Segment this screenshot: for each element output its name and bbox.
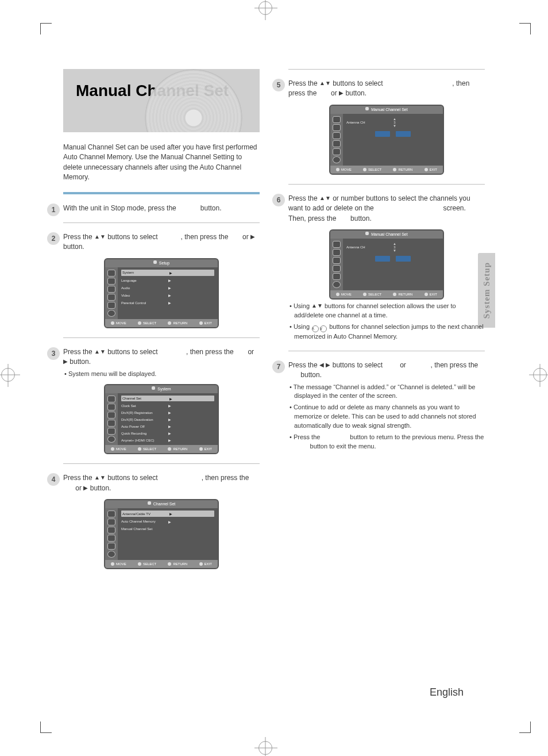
disc-icon: [333, 148, 341, 155]
osd-side-icons: [105, 267, 118, 319]
library-icon: [107, 270, 115, 277]
osd-item: Audio▶: [121, 285, 214, 291]
step-1: 1 With the unit in Stop mode, press the …: [63, 204, 260, 213]
osd-item: Parental Control▶: [121, 300, 214, 306]
step-3-text: Press the ▲▼ buttons to select System , …: [63, 347, 260, 367]
step-6-bullet-2: Using ∧∨ buttons for channel selection j…: [294, 323, 485, 341]
title-icon: [333, 249, 341, 256]
osd-header: System: [105, 385, 218, 393]
channel-spinner: ▲ 3 ▼: [393, 117, 396, 128]
divider: [63, 463, 260, 464]
osd-side-icons: [105, 393, 118, 445]
return-button-label: RETURN: [322, 433, 348, 440]
divider: [63, 222, 260, 223]
menu-button-label: MENU: [178, 204, 198, 212]
osd-footer: MOVE SELECT RETURN EXIT: [330, 290, 443, 298]
osd-item: DivX(R) Deactivation▶: [121, 417, 214, 422]
osd-footer: MOVE SELECT RETURN EXIT: [105, 319, 218, 327]
content-area: Manual Channel Set Manual Channel Set ca…: [63, 69, 485, 687]
gear-icon: [107, 310, 115, 317]
right-arrow-icon: ▶: [63, 358, 68, 364]
osd-footer: MOVE SELECT RETURN EXIT: [105, 560, 218, 568]
library-icon: [107, 396, 115, 402]
page-number: -33: [470, 686, 485, 698]
down-arrow-icon: ▼: [393, 249, 396, 252]
osd-item: Quick Recording▶: [121, 431, 214, 436]
osd-side-icons: [105, 508, 118, 560]
delete-button: [396, 256, 411, 262]
osd-header: Setup: [105, 259, 218, 267]
down-arrow-icon: ▼: [325, 80, 331, 86]
osd-item: Antenna/Cable TV▶: [121, 511, 214, 517]
osd-add-delete-row: [346, 256, 439, 262]
right-column: 5 Press the ▲▼ buttons to select Manual …: [288, 69, 485, 687]
step-3-sub: System menu will be displayed.: [69, 370, 260, 379]
osd-item: Channel Set▶: [121, 396, 214, 401]
option-delete: Delete: [408, 361, 429, 369]
step-number: 6: [272, 194, 285, 206]
osd-footer: MOVE SELECT RETURN EXIT: [330, 166, 443, 174]
music-icon: [333, 257, 341, 264]
gear-icon: [107, 436, 115, 443]
osd-menu-list: Channel Set▶ Clock Set▶ DivX(R) Registra…: [118, 393, 218, 445]
disc-icon: [107, 428, 115, 435]
gear-icon: [333, 156, 341, 163]
up-arrow-icon: ▲: [94, 348, 100, 355]
registration-mark-left: [1, 368, 15, 382]
title-icon: [333, 124, 341, 131]
divider: [63, 337, 260, 338]
library-icon: [333, 241, 341, 248]
osd-item: Manual Channel Set: [121, 526, 214, 532]
down-arrow-icon: ▼: [100, 348, 106, 355]
step-3: 3 Press the ▲▼ buttons to select System …: [63, 347, 260, 455]
music-icon: [107, 412, 115, 419]
step-2-text: Press the ▲▼ buttons to select Setup , t…: [63, 232, 260, 252]
library-icon: [107, 511, 115, 517]
target-manual-channel-set: Manual Channel Set: [376, 204, 441, 212]
up-arrow-icon: ▲: [319, 195, 325, 201]
osd-panel: Antenna CH ▲ 3 ▼: [343, 239, 443, 290]
osd-add-delete-row: [346, 131, 439, 137]
step-7: 7 Press the ◀ ▶ buttons to select Add or…: [288, 360, 485, 451]
up-arrow-icon: ▲: [319, 80, 325, 86]
step-2: 2 Press the ▲▼ buttons to select Setup ,…: [63, 232, 260, 328]
ch-down-icon: ∨: [320, 325, 327, 332]
disc-icon: [107, 543, 115, 550]
left-arrow-icon: ◀: [319, 362, 324, 368]
step-number: 4: [47, 473, 60, 486]
ok-button-label: OK: [288, 371, 299, 379]
target-system: System: [160, 348, 184, 356]
language-label: English: [430, 686, 464, 698]
step-5: 5 Press the ▲▼ buttons to select Manual …: [288, 79, 485, 175]
up-arrow-icon: ▲: [311, 302, 317, 309]
osd-item: Language▶: [121, 278, 214, 283]
osd-channel-row: Antenna CH ▲ 3 ▼: [346, 120, 439, 125]
down-arrow-icon: ▼: [317, 302, 323, 309]
photo-icon: [333, 265, 341, 272]
down-arrow-icon: ▼: [100, 233, 106, 240]
osd-item: Clock Set▶: [121, 403, 214, 408]
step-number: 3: [47, 347, 60, 360]
right-arrow-icon: ▶: [250, 233, 255, 240]
title-icon: [107, 404, 115, 410]
ok-button-label: OK: [230, 233, 241, 241]
step-7-text: Press the ◀ ▶ buttons to select Add or D…: [288, 360, 485, 381]
right-arrow-icon: ▶: [83, 485, 88, 491]
registration-mark-top: [258, 1, 272, 15]
step-number: 1: [47, 204, 60, 216]
divider: [288, 351, 485, 351]
ch-up-icon: ∧: [312, 325, 319, 332]
target-setup: Setup: [160, 233, 179, 241]
osd-channel-row: Antenna CH ▲ 3 ▼: [346, 244, 439, 250]
title-icon: [107, 278, 115, 285]
step-number: 5: [272, 79, 285, 91]
ok-button-label: OK: [338, 214, 349, 222]
down-arrow-icon: ▼: [100, 474, 106, 481]
osd-side-icons: [330, 114, 343, 166]
music-icon: [107, 527, 115, 534]
manual-page: System Setup Manual Channel Set Manual C…: [0, 0, 548, 756]
gear-icon: [107, 551, 115, 558]
osd-item: System▶: [121, 270, 214, 276]
osd-screenshot-manual-channel-set-2: Manual Channel Set Antenna CH: [329, 229, 444, 300]
photo-icon: [107, 294, 115, 301]
